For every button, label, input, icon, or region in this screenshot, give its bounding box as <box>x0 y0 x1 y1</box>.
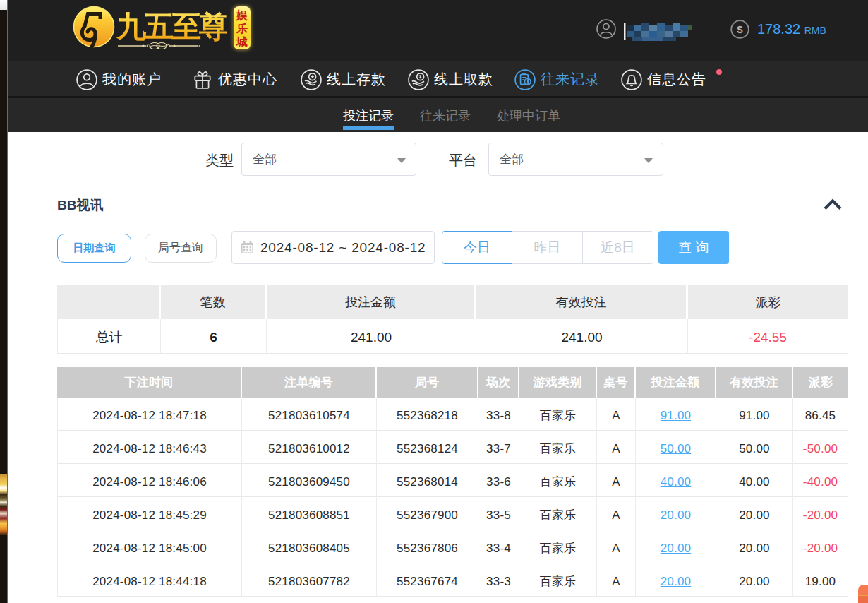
svg-text:$: $ <box>737 23 743 35</box>
